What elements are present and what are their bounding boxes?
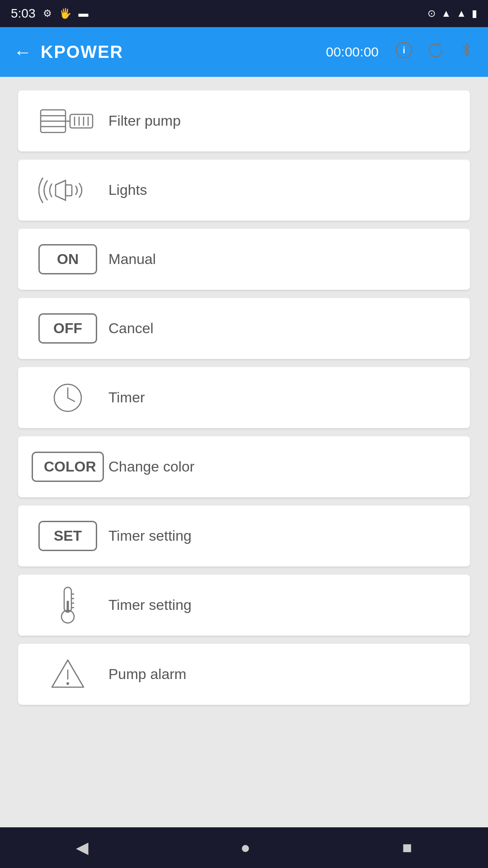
location-icon: ⊙ [427,8,436,19]
filter-pump-item[interactable]: Filter pump [18,90,470,151]
nav-home-button[interactable]: ● [240,838,250,857]
filter-pump-icon [32,103,104,139]
pump-alarm-item[interactable]: Pump alarm [18,644,470,705]
timer-item[interactable]: Timer [18,367,470,428]
timer-icon [32,380,104,416]
lights-item[interactable]: Lights [18,160,470,221]
battery-icon: ▮ [472,8,477,19]
color-badge: COLOR [32,452,104,482]
thermometer-item[interactable]: Timer setting [18,575,470,636]
on-badge: ON [38,244,97,274]
timer-setting-label: Timer setting [108,528,192,544]
set-badge: SET [38,521,97,551]
app-title: KPOWER [41,42,317,62]
back-button[interactable]: ← [14,42,32,62]
settings-icon: ⚙ [43,8,52,19]
bluetooth-icon[interactable] [458,41,474,63]
nav-back-button[interactable]: ◀ [76,838,89,857]
timer-label: Timer [108,389,145,406]
svg-text:i: i [403,45,405,55]
thermometer-icon [32,585,104,626]
status-right: ⊙ ▲ ▲ ▮ [427,8,477,19]
timer-setting-icon: SET [32,521,104,551]
manual-icon: ON [32,244,104,274]
menu-list: Filter pump Lights ON Manual [0,77,488,827]
header-timer: 00:00:00 [326,44,379,60]
svg-point-26 [66,682,69,685]
nav-recent-button[interactable]: ■ [402,838,412,857]
manual-item[interactable]: ON Manual [18,229,470,290]
status-left: 5:03 ⚙ 🖐 ▬ [11,6,89,21]
header-actions: i [395,41,474,63]
cancel-label: Cancel [108,320,154,337]
off-badge: OFF [38,313,97,344]
lights-label: Lights [108,182,147,198]
lights-icon [32,172,104,208]
signal-icon: ▲ [456,8,466,19]
header: ← KPOWER 00:00:00 i [0,27,488,77]
svg-line-16 [68,398,75,401]
svg-marker-12 [56,180,66,200]
wifi-icon: ▲ [441,8,451,19]
bottom-nav: ◀ ● ■ [0,827,488,868]
info-icon[interactable]: i [395,41,413,63]
cancel-icon: OFF [32,313,104,344]
timer-setting-item[interactable]: SET Timer setting [18,505,470,566]
svg-rect-13 [66,185,72,196]
pump-alarm-icon [32,656,104,693]
thermometer-label: Timer setting [108,597,192,613]
hand-icon: 🖐 [59,8,71,19]
status-time: 5:03 [11,6,36,21]
change-color-label: Change color [108,458,194,475]
change-color-item[interactable]: COLOR Change color [18,436,470,497]
pump-alarm-label: Pump alarm [108,666,187,683]
card-icon: ▬ [79,8,89,19]
manual-label: Manual [108,251,156,268]
filter-pump-label: Filter pump [108,113,181,129]
refresh-icon[interactable] [427,41,445,63]
change-color-icon: COLOR [32,452,104,482]
status-bar: 5:03 ⚙ 🖐 ▬ ⊙ ▲ ▲ ▮ [0,0,488,27]
cancel-item[interactable]: OFF Cancel [18,298,470,359]
svg-rect-6 [70,114,93,128]
